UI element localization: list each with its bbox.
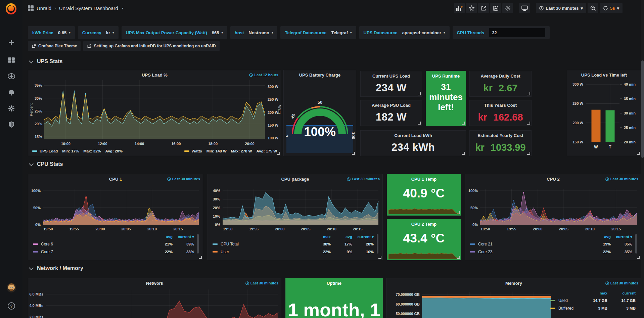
scrollbar-thumb[interactable] bbox=[641, 60, 644, 158]
legend-sort-current[interactable]: current ▾ bbox=[352, 234, 374, 239]
panel-resize-handle[interactable] bbox=[277, 152, 280, 155]
legend-item[interactable]: WattsMin: 148 WMax: 278 WAvg: 175 W bbox=[184, 149, 277, 153]
panel-title[interactable]: Average PSU Load bbox=[361, 103, 422, 108]
star-button[interactable] bbox=[466, 3, 477, 13]
legend-sort-avg[interactable]: avg bbox=[151, 235, 173, 239]
section-cpu-stats[interactable]: CPU Stats bbox=[30, 161, 63, 167]
panel-resize-handle[interactable] bbox=[352, 152, 355, 155]
variable-value-dropdown[interactable]: Nostromo▾ bbox=[249, 30, 273, 35]
variable-value-dropdown[interactable]: 0.65▾ bbox=[58, 30, 71, 35]
legend-series-name[interactable]: Buffered bbox=[550, 306, 579, 311]
panel-time-range-link[interactable]: Last 30 minutes bbox=[605, 177, 638, 181]
panel-title[interactable]: UPS Load vs Time left bbox=[567, 73, 641, 78]
legend-series-name[interactable]: Core 23 bbox=[470, 249, 589, 254]
legend-sort-avg[interactable]: avg bbox=[331, 235, 352, 239]
cpu-threads-input[interactable] bbox=[489, 28, 545, 37]
save-button[interactable] bbox=[490, 3, 501, 13]
panel-resize-handle[interactable] bbox=[462, 122, 465, 125]
panel-resize-handle[interactable] bbox=[462, 152, 465, 155]
legend-sort-current[interactable]: current bbox=[607, 291, 636, 295]
dashboard-grid-icon[interactable] bbox=[28, 5, 34, 11]
panel-title[interactable]: Uptime bbox=[286, 281, 382, 286]
page-scrollbar[interactable] bbox=[641, 0, 644, 318]
sidebar-item-alerting[interactable] bbox=[6, 87, 17, 98]
legend-scrollbar[interactable] bbox=[377, 234, 378, 254]
panel-resize-handle[interactable] bbox=[637, 256, 640, 259]
panel-title[interactable]: UPS Load % bbox=[28, 73, 281, 78]
panel-resize-handle[interactable] bbox=[457, 256, 460, 259]
zoom-out-button[interactable] bbox=[588, 3, 598, 13]
panel-title[interactable]: This Years Cost bbox=[470, 103, 531, 108]
panel-title[interactable]: Average Daily Cost bbox=[470, 74, 531, 79]
panel-resize-handle[interactable] bbox=[199, 256, 202, 259]
panel-resize-handle[interactable] bbox=[637, 152, 640, 155]
add-panel-button[interactable] bbox=[454, 3, 465, 13]
chevron-down-icon[interactable]: ▾ bbox=[122, 6, 124, 10]
panel-title[interactable]: CPU 1 Temp bbox=[387, 177, 461, 182]
clock-icon bbox=[249, 73, 253, 77]
sidebar-item-explore[interactable] bbox=[6, 71, 17, 82]
link-ups-monitoring-guide[interactable]: Setting up Grafana and InfluxDB for UPS … bbox=[83, 41, 219, 51]
panel-title[interactable]: CPU 2 Temp bbox=[387, 222, 461, 227]
legend-series-name[interactable]: User bbox=[213, 249, 309, 254]
legend-series-name[interactable]: Core 7 bbox=[33, 249, 151, 254]
panel-estimated-yearly-cost: Estimated Yearly Cost kr1033.99 bbox=[469, 130, 532, 156]
time-range-picker[interactable]: Last 30 minutes ▾ bbox=[536, 3, 586, 13]
panel-resize-handle[interactable] bbox=[457, 211, 460, 214]
legend-sort-max[interactable]: max bbox=[579, 291, 607, 295]
link-grafana-plex-theme[interactable]: Grafana Plex Theme bbox=[28, 41, 81, 51]
cycle-view-mode-button[interactable] bbox=[519, 3, 530, 13]
panel-title[interactable]: UPS Runtime bbox=[426, 74, 466, 79]
grafana-logo[interactable] bbox=[4, 2, 18, 16]
panel-title[interactable]: Current UPS Load bbox=[361, 74, 422, 79]
variable-value-dropdown[interactable]: kr▾ bbox=[106, 30, 114, 35]
panel-resize-handle[interactable] bbox=[378, 256, 381, 259]
refresh-picker[interactable]: 5s ▾ bbox=[600, 3, 623, 13]
panel-title[interactable]: Network bbox=[28, 281, 281, 286]
legend-sort-avg[interactable]: avg bbox=[589, 235, 611, 239]
panel-title[interactable]: Estimated Yearly Cost bbox=[470, 133, 531, 138]
panel-resize-handle[interactable] bbox=[418, 122, 421, 125]
panel-this-years-cost: This Years Cost kr162.68 bbox=[469, 100, 532, 126]
panel-time-range-link[interactable]: Last 30 minutes bbox=[605, 281, 638, 285]
variable-value-dropdown[interactable]: Telegraf▾ bbox=[331, 30, 352, 35]
sidebar-item-create[interactable] bbox=[6, 37, 17, 48]
variable-value-dropdown[interactable]: 865▾ bbox=[212, 30, 223, 35]
panel-time-range-link[interactable]: Last 30 minutes bbox=[245, 281, 278, 285]
sidebar-item-configuration[interactable] bbox=[6, 103, 17, 114]
legend-series-name[interactable]: CPU Total bbox=[213, 242, 309, 246]
breadcrumb-dashboard-title[interactable]: Unraid System Dashboard bbox=[59, 5, 118, 11]
sidebar-item-dashboards[interactable] bbox=[6, 54, 17, 66]
legend-sort-current[interactable]: current ▾ bbox=[173, 234, 194, 239]
svg-text:20:10: 20:10 bbox=[147, 227, 157, 231]
legend-sort-current[interactable]: current ▾ bbox=[611, 234, 632, 239]
panel-resize-handle[interactable] bbox=[527, 92, 530, 95]
panel-time-range-link[interactable]: Last 12 hours bbox=[249, 73, 278, 77]
panel-resize-handle[interactable] bbox=[418, 92, 421, 95]
dashboard-variables-row: kWh Price 0.65▾ Currency kr▾ UPS Max Out… bbox=[28, 26, 550, 39]
panel-title[interactable]: Memory bbox=[386, 281, 641, 286]
share-button[interactable] bbox=[478, 3, 489, 13]
dashboard-settings-button[interactable] bbox=[502, 3, 513, 13]
legend-series-name[interactable]: Used bbox=[550, 298, 579, 303]
panel-resize-handle[interactable] bbox=[527, 122, 530, 125]
legend-scrollbar[interactable] bbox=[197, 234, 199, 254]
panel-time-range-link[interactable]: Last 30 minutes bbox=[347, 177, 380, 181]
breadcrumb-app[interactable]: Unraid bbox=[37, 5, 51, 11]
panel-title[interactable]: UPS Battery Charge bbox=[284, 73, 356, 78]
legend-item[interactable]: UPS LoadMin: 17%Max: 32%Avg: 20% bbox=[32, 149, 123, 153]
panel-time-range-link[interactable]: Last 30 minutes bbox=[167, 177, 200, 181]
sidebar-item-help[interactable]: ? bbox=[6, 300, 17, 312]
legend-series-name[interactable]: Core 6 bbox=[33, 242, 151, 246]
panel-resize-handle[interactable] bbox=[527, 152, 530, 155]
sidebar-item-profile[interactable] bbox=[6, 282, 17, 293]
panel-title[interactable]: Current Load kWh bbox=[361, 133, 466, 138]
sidebar-item-server-admin[interactable] bbox=[6, 119, 17, 130]
variable-value-dropdown[interactable]: apcupsd-container▾ bbox=[402, 30, 445, 35]
legend-scrollbar[interactable] bbox=[635, 234, 637, 254]
section-network-memory[interactable]: Network / Memory bbox=[30, 265, 83, 271]
legend-series-name[interactable]: Core 21 bbox=[470, 242, 589, 246]
ups-load-timeseries-chart[interactable]: 35%30%25%20%15%300 W250 W200 W150 W100 W… bbox=[28, 70, 281, 156]
section-ups-stats[interactable]: UPS Stats bbox=[30, 58, 62, 64]
legend-sort-max[interactable]: max bbox=[309, 235, 331, 239]
